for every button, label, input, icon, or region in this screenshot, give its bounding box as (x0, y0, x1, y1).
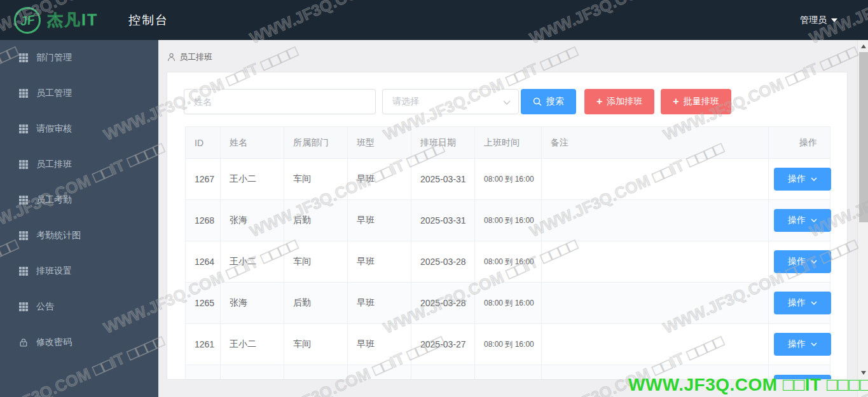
sidebar-item-leave-approval[interactable]: 请假审核 (0, 111, 158, 147)
grid-icon (19, 231, 28, 240)
sidebar: 部门管理 员工管理 (0, 40, 158, 397)
sidebar-item-employees[interactable]: 员工管理 (0, 76, 158, 111)
cell-shift-type: 早班 (348, 283, 411, 323)
table-row: 1267 王小二 车间 早班 2025-03-31 08:00 到 16:00 … (186, 159, 830, 200)
plus-icon: + (596, 97, 602, 107)
cell-actions: 操作 (769, 365, 831, 380)
logo-name: 杰凡IT (47, 10, 98, 30)
top-header: JF 杰凡IT 控制台 管理员 (0, 0, 868, 40)
sidebar-item-label: 修改密码 (36, 337, 72, 348)
sidebar-item-label: 员工考勤 (36, 194, 72, 206)
sidebar-item-change-password[interactable]: 修改密码 (0, 325, 158, 360)
table-row: 1268 张海 后勤 早班 2025-03-31 08:00 到 16:00 操… (186, 200, 830, 241)
table-row: 1265 张海 后勤 早班 2025-03-28 08:00 到 16:00 操… (186, 283, 830, 324)
batch-schedule-button[interactable]: + 批量排班 (661, 89, 731, 114)
cell-id: 1267 (186, 159, 221, 199)
cell-work-time: 08:00 到 16:00 (475, 283, 542, 323)
cell-work-time: 08:00 到 16:00 (475, 200, 542, 241)
lock-icon (19, 338, 28, 347)
sidebar-item-label: 请假审核 (36, 123, 72, 135)
row-action-button[interactable]: 操作 (774, 333, 831, 356)
sidebar-item-employee-scheduling[interactable]: 员工排班 (0, 147, 158, 182)
grid-icon (19, 124, 28, 133)
cell-department: 车间 (284, 159, 348, 199)
main-content: 员工排班 请选择 (158, 40, 857, 397)
chevron-down-icon (811, 342, 817, 346)
row-action-button[interactable]: 操作 (774, 168, 831, 191)
sidebar-item-announcements[interactable]: 公告 (0, 289, 158, 325)
grid-icon (19, 89, 28, 98)
cell-date: 2025-03-28 (411, 283, 475, 323)
row-action-button[interactable]: 操作 (774, 209, 831, 232)
col-actions: 操作 (769, 127, 831, 158)
sidebar-item-label: 员工排班 (36, 159, 72, 170)
scroll-down-arrow[interactable] (858, 368, 868, 377)
sidebar-item-employee-attendance[interactable]: 员工考勤 (0, 182, 158, 218)
cell-department: 后勤 (284, 200, 348, 241)
table-row: 1261 王小二 车间 早班 2025-03-27 08:00 到 16:00 … (186, 324, 830, 365)
cell-id: 1265 (186, 283, 221, 323)
cell-actions: 操作 (769, 159, 831, 199)
col-id: ID (186, 127, 221, 158)
col-work-time: 上班时间 (475, 127, 542, 158)
sidebar-item-label: 员工管理 (36, 88, 72, 99)
table-header-row: ID 姓名 所属部门 班型 排班日期 上班时间 备注 操作 (186, 127, 830, 159)
cell-name (221, 365, 284, 380)
cell-remark (542, 241, 769, 282)
chevron-down-icon (811, 260, 817, 264)
cell-date (411, 365, 475, 380)
sidebar-item-schedule-settings[interactable]: 排班设置 (0, 253, 158, 289)
table-row: 1264 王小二 车间 早班 2025-03-28 08:00 到 16:00 … (186, 241, 830, 283)
row-action-button[interactable]: 操作 (774, 375, 831, 380)
chevron-down-icon (503, 96, 511, 107)
cell-shift-type: 早班 (348, 200, 411, 241)
name-search-input[interactable] (184, 89, 376, 114)
sidebar-item-label: 部门管理 (36, 52, 72, 64)
table-body: 1267 王小二 车间 早班 2025-03-31 08:00 到 16:00 … (186, 159, 830, 380)
user-menu[interactable]: 管理员 (800, 15, 837, 26)
cell-work-time: 08:00 到 16:00 (475, 241, 542, 282)
scroll-up-arrow[interactable] (858, 42, 868, 51)
add-schedule-button[interactable]: + 添加排班 (584, 89, 654, 114)
sidebar-item-label: 考勤统计图 (36, 230, 81, 241)
col-remark: 备注 (542, 127, 769, 158)
cell-remark (542, 324, 769, 365)
cell-id: 1261 (186, 324, 221, 365)
search-icon (533, 97, 542, 106)
grid-icon (19, 53, 28, 62)
plus-icon: + (673, 97, 679, 107)
row-action-button[interactable]: 操作 (774, 292, 831, 314)
search-button[interactable]: 搜索 (521, 89, 576, 114)
cell-date: 2025-03-27 (411, 324, 475, 365)
user-silhouette-icon (167, 53, 176, 62)
logo-jf-icon: JF (12, 5, 42, 35)
row-action-button[interactable]: 操作 (774, 250, 831, 273)
col-date: 排班日期 (411, 127, 475, 158)
schedule-table: ID 姓名 所属部门 班型 排班日期 上班时间 备注 操作 1267 王小二 车… (185, 126, 830, 380)
user-name: 管理员 (800, 15, 827, 26)
cell-name: 王小二 (221, 241, 284, 282)
cell-remark (542, 159, 769, 199)
sidebar-item-label: 排班设置 (36, 266, 72, 277)
cell-department: 车间 (284, 241, 348, 282)
sidebar-item-attendance-chart[interactable]: 考勤统计图 (0, 218, 158, 253)
select-placeholder: 请选择 (392, 96, 419, 107)
content-card: 请选择 搜索 + (167, 72, 848, 380)
cell-name: 张海 (221, 200, 284, 241)
cell-work-time: 08:00 到 16:00 (475, 324, 542, 365)
app-window: JF 杰凡IT 控制台 管理员 (0, 0, 868, 397)
department-select[interactable]: 请选择 (382, 89, 519, 114)
page-title: 控制台 (128, 12, 169, 29)
table-row-partial: 操作 (186, 365, 830, 380)
chevron-down-icon (811, 177, 817, 181)
col-name: 姓名 (221, 127, 284, 158)
scrollbar[interactable] (857, 40, 868, 397)
sidebar-item-departments[interactable]: 部门管理 (0, 40, 158, 76)
chevron-down-icon (811, 219, 817, 222)
cell-actions: 操作 (769, 200, 831, 241)
grid-icon (19, 196, 28, 205)
app-logo: JF 杰凡IT (0, 7, 98, 34)
cell-id: 1268 (186, 200, 221, 241)
cell-shift-type: 早班 (348, 241, 411, 282)
scrollbar-thumb[interactable] (859, 52, 868, 222)
